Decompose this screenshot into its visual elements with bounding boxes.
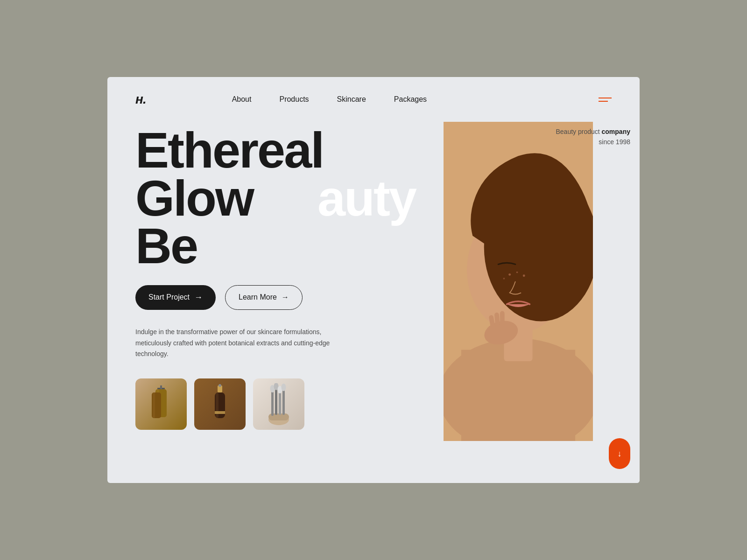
woman-portrait xyxy=(444,122,593,441)
hero-title-line2: Glow Beauty xyxy=(135,175,416,270)
nav-item-about[interactable]: About xyxy=(232,95,252,104)
svg-point-20 xyxy=(282,384,286,391)
svg-point-32 xyxy=(516,272,518,273)
scroll-down-button[interactable]: ↓ xyxy=(609,438,630,469)
learn-more-button[interactable]: Learn More → xyxy=(225,285,303,310)
navigation: About Products Skincare Packages xyxy=(232,95,427,104)
svg-point-34 xyxy=(503,278,505,280)
bottle-pump-icon xyxy=(147,383,175,425)
learn-more-arrow: → xyxy=(282,293,289,301)
svg-rect-5 xyxy=(153,392,155,418)
header: н. About Products Skincare Packages xyxy=(107,77,640,122)
start-project-arrow: → xyxy=(194,293,203,302)
start-project-button[interactable]: Start Project → xyxy=(135,285,216,310)
hamburger-line-2 xyxy=(599,101,608,102)
hero-right: Beauty product company since 1998 xyxy=(444,122,640,483)
start-project-label: Start Project xyxy=(148,293,190,301)
main-content: Ethereal Glow Beauty Start Project → Lea… xyxy=(107,122,640,483)
hero-buttons: Start Project → Learn More → xyxy=(135,285,416,310)
hero-description: Indulge in the transformative power of o… xyxy=(135,327,336,360)
svg-rect-30 xyxy=(500,311,505,332)
svg-rect-1 xyxy=(160,385,162,389)
svg-rect-17 xyxy=(279,392,281,415)
svg-rect-7 xyxy=(218,384,221,387)
svg-point-31 xyxy=(508,273,511,276)
hero-left: Ethereal Glow Beauty Start Project → Lea… xyxy=(107,122,444,483)
serum-bottle-icon xyxy=(208,383,232,425)
thumbnail-2[interactable] xyxy=(194,378,246,430)
company-tagline: Beauty product company since 1998 xyxy=(542,122,640,152)
svg-rect-13 xyxy=(271,390,274,416)
thumbnail-3[interactable] xyxy=(253,378,304,430)
svg-rect-22 xyxy=(461,350,575,441)
svg-rect-9 xyxy=(216,392,218,418)
hamburger-line-1 xyxy=(599,98,612,98)
hero-title-white: auty xyxy=(317,175,416,223)
logo: н. xyxy=(135,92,146,107)
nav-item-packages[interactable]: Packages xyxy=(394,95,427,104)
nav-item-skincare[interactable]: Skincare xyxy=(337,95,366,104)
nav-item-products[interactable]: Products xyxy=(279,95,309,104)
hero-title-line1: Ethereal xyxy=(135,126,416,175)
browser-window: н. About Products Skincare Packages Ethe… xyxy=(107,77,640,483)
tagline-suffix: since 1998 xyxy=(599,138,630,146)
hero-title-black: Glow Be xyxy=(135,175,317,270)
learn-more-label: Learn More xyxy=(239,293,277,301)
brushes-icon xyxy=(260,383,297,425)
svg-rect-15 xyxy=(275,388,277,415)
tagline-bold: company xyxy=(602,128,630,135)
hero-title: Ethereal Glow Beauty xyxy=(135,126,416,270)
product-thumbnails xyxy=(135,378,416,430)
thumbnail-1[interactable] xyxy=(135,378,187,430)
woman-illustration xyxy=(444,122,593,441)
hamburger-menu[interactable] xyxy=(599,98,612,102)
gray-strip xyxy=(593,122,640,483)
svg-rect-19 xyxy=(282,389,285,415)
tagline-prefix: Beauty product xyxy=(556,128,601,135)
svg-rect-10 xyxy=(215,411,225,414)
scroll-arrow-icon: ↓ xyxy=(618,449,622,459)
svg-point-33 xyxy=(523,274,525,277)
